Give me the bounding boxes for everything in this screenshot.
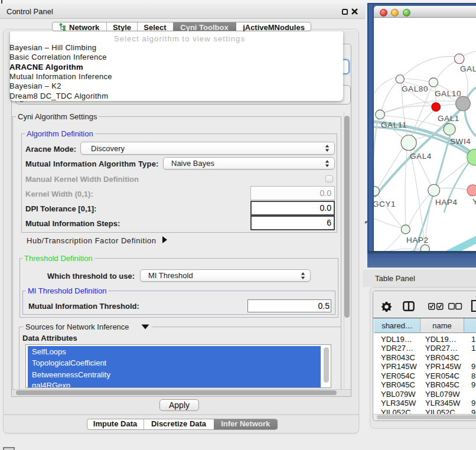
svg-text:GAL4: GAL4 xyxy=(410,152,432,161)
svg-text:GAL7: GAL7 xyxy=(460,64,476,73)
svg-text:HAP2: HAP2 xyxy=(406,236,429,244)
svg-text:GAL1: GAL1 xyxy=(438,114,459,123)
svg-text:SWI4: SWI4 xyxy=(450,137,471,146)
svg-text:GCY1: GCY1 xyxy=(374,200,396,208)
svg-text:GAL10: GAL10 xyxy=(435,89,461,98)
svg-text:GAL11: GAL11 xyxy=(381,120,407,129)
svg-text:GAL80: GAL80 xyxy=(402,84,428,93)
svg-text:HAP4: HAP4 xyxy=(435,198,458,207)
svg-text:YM: YM xyxy=(472,197,476,206)
